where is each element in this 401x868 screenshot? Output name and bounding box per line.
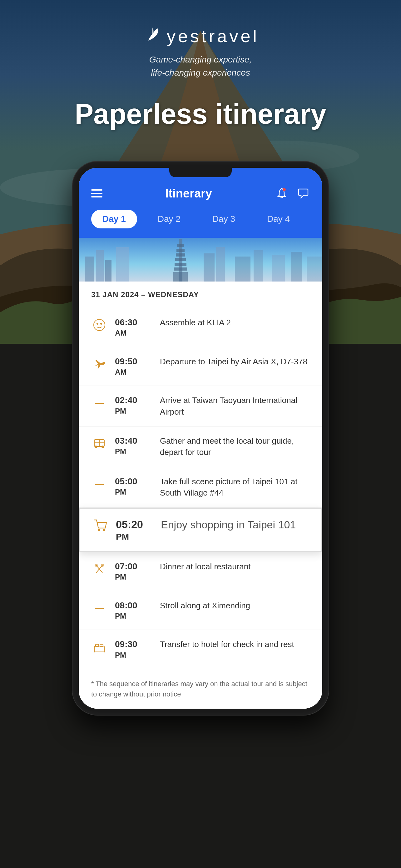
- svg-rect-11: [116, 247, 129, 281]
- svg-point-27: [94, 319, 105, 331]
- item-6-desc: Enjoy shopping in Taipei 101: [161, 518, 309, 532]
- phone-frame: Itinerary Day 1: [72, 161, 329, 715]
- item-8-time: 08:00 PM: [115, 600, 153, 621]
- item-1-desc: Assemble at KLIA 2: [160, 317, 310, 328]
- tab-day2[interactable]: Day 2: [146, 210, 192, 228]
- item-9-desc: Transfer to hotel for check in and rest: [160, 639, 310, 650]
- item-1-time: 06:30 AM: [115, 317, 153, 338]
- chat-icon[interactable]: [296, 187, 310, 200]
- header-area: yestravel Game-changing expertise,life-c…: [0, 0, 401, 143]
- itinerary-item-5: — 05:00 PM Take full scene picture of Ta…: [79, 467, 322, 508]
- svg-rect-7: [79, 238, 322, 281]
- dash-icon-1: —: [91, 395, 107, 411]
- itinerary-item-1: 06:30 AM Assemble at KLIA 2: [79, 308, 322, 347]
- itinerary-content: 31 JAN 2024 – WEDNESDAY: [79, 281, 322, 709]
- item-2-time: 09:50 AM: [115, 356, 153, 377]
- svg-point-36: [103, 529, 105, 531]
- svg-rect-15: [176, 253, 185, 256]
- scissors-icon: [91, 561, 107, 577]
- bed-icon: [91, 639, 107, 655]
- svg-rect-24: [272, 255, 285, 281]
- brand-tagline: Game-changing expertise,life-changing ex…: [0, 53, 401, 80]
- item-2-desc: Departure to Taipei by Air Asia X, D7-37…: [160, 356, 310, 367]
- city-skyline: [79, 238, 322, 281]
- svg-rect-16: [175, 258, 186, 261]
- dash-icon-2: —: [91, 476, 107, 492]
- svg-rect-23: [254, 250, 263, 281]
- svg-point-28: [97, 323, 98, 324]
- disclaimer-text: * The sequence of itineraries may vary o…: [79, 669, 322, 709]
- page-title: Paperless itinerary: [0, 98, 401, 130]
- face-icon: [91, 317, 107, 333]
- svg-rect-13: [177, 244, 184, 247]
- item-4-desc: Gather and meet the local tour guide, de…: [160, 435, 310, 458]
- city-banner: [79, 238, 322, 281]
- svg-rect-10: [105, 260, 111, 281]
- svg-rect-17: [175, 263, 187, 266]
- itinerary-item-7: 07:00 PM Dinner at local restaurant: [79, 552, 322, 591]
- svg-rect-26: [307, 256, 322, 281]
- itinerary-item-2: 09:50 AM Departure to Taipei by Air Asia…: [79, 347, 322, 386]
- itinerary-item-9: 09:30 PM Transfer to hotel for check in …: [79, 630, 322, 669]
- tab-day3[interactable]: Day 3: [201, 210, 246, 228]
- itinerary-list: 06:30 AM Assemble at KLIA 2: [79, 308, 322, 669]
- item-7-desc: Dinner at local restaurant: [160, 561, 310, 572]
- item-9-time: 09:30 PM: [115, 639, 153, 660]
- svg-rect-9: [96, 250, 104, 281]
- tab-day4[interactable]: Day 4: [256, 210, 301, 228]
- svg-point-6: [282, 188, 286, 191]
- item-7-time: 07:00 PM: [115, 561, 153, 582]
- itinerary-item-6-highlighted: 05:20 PM Enjoy shopping in Taipei 101: [79, 508, 322, 552]
- brand-logo: yestravel: [0, 25, 401, 47]
- svg-rect-25: [291, 252, 302, 281]
- tab-day1[interactable]: Day 1: [91, 210, 137, 228]
- itinerary-item-8: — 08:00 PM Stroll along at Ximending: [79, 591, 322, 630]
- hamburger-menu-icon[interactable]: [91, 189, 102, 197]
- svg-point-40: [101, 564, 104, 566]
- notification-icon[interactable]: [275, 187, 289, 200]
- svg-rect-18: [174, 268, 187, 271]
- item-3-desc: Arrive at Taiwan Taoyuan International A…: [160, 395, 310, 417]
- day-tabs: Day 1 Day 2 Day 3 Day 4: [79, 210, 322, 238]
- item-5-desc: Take full scene picture of Taipei 101 at…: [160, 476, 310, 499]
- svg-point-39: [95, 564, 97, 566]
- item-8-desc: Stroll along at Ximending: [160, 600, 310, 611]
- plane-icon: [91, 356, 107, 372]
- item-3-time: 02:40 PM: [115, 395, 153, 416]
- svg-rect-19: [173, 272, 188, 281]
- svg-rect-22: [235, 256, 250, 281]
- date-header: 31 JAN 2024 – WEDNESDAY: [79, 281, 322, 308]
- phone-container: Itinerary Day 1: [0, 161, 401, 715]
- svg-rect-34: [102, 446, 104, 448]
- svg-rect-20: [204, 253, 214, 281]
- itinerary-item-4: 03:40 PM Gather and meet the local tour …: [79, 427, 322, 467]
- phone-screen: Itinerary Day 1: [79, 168, 322, 709]
- cart-icon: [92, 518, 108, 534]
- brand-name: yestravel: [167, 26, 259, 46]
- header-actions: [275, 187, 310, 200]
- bus-icon: [91, 435, 107, 452]
- svg-point-35: [98, 529, 100, 531]
- svg-point-29: [100, 323, 102, 324]
- item-6-time: 05:20 PM: [116, 518, 153, 543]
- svg-rect-8: [85, 256, 94, 281]
- item-4-time: 03:40 PM: [115, 435, 153, 457]
- svg-rect-33: [95, 446, 97, 448]
- bottom-spacer: [0, 715, 401, 777]
- dash-icon-3: —: [91, 600, 107, 616]
- app-title: Itinerary: [102, 187, 275, 200]
- svg-rect-21: [216, 247, 225, 281]
- svg-rect-14: [176, 249, 185, 252]
- brand-icon: [142, 25, 164, 47]
- phone-notch: [169, 168, 232, 177]
- item-5-time: 05:00 PM: [115, 476, 153, 497]
- itinerary-item-3: — 02:40 PM Arrive at Taiwan Taoyuan Inte…: [79, 386, 322, 427]
